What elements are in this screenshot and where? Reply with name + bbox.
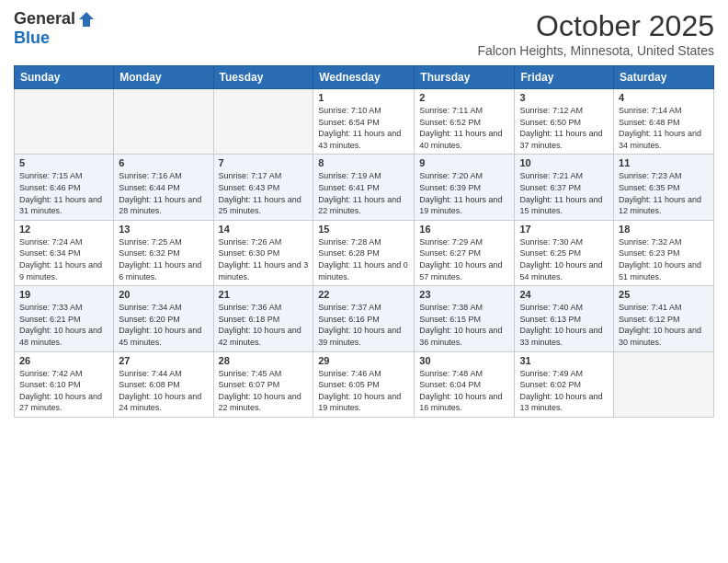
day-number: 10	[519, 157, 609, 168]
day-number: 8	[318, 157, 409, 168]
title-section: October 2025 Falcon Heights, Minnesota, …	[477, 9, 714, 58]
day-info: Sunrise: 7:17 AMSunset: 6:43 PMDaylight:…	[219, 170, 309, 216]
header: General Blue October 2025 Falcon Heights…	[14, 9, 714, 58]
day-info: Sunrise: 7:32 AMSunset: 6:23 PMDaylight:…	[619, 236, 709, 282]
day-number: 5	[19, 157, 108, 168]
calendar-cell: 30Sunrise: 7:48 AMSunset: 6:04 PMDayligh…	[415, 351, 515, 417]
calendar-cell: 12Sunrise: 7:24 AMSunset: 6:34 PMDayligh…	[15, 220, 114, 285]
logo: General Blue	[14, 9, 96, 48]
calendar-cell: 19Sunrise: 7:33 AMSunset: 6:21 PMDayligh…	[15, 286, 114, 351]
calendar-cell: 3Sunrise: 7:12 AMSunset: 6:50 PMDaylight…	[515, 89, 614, 155]
day-info: Sunrise: 7:25 AMSunset: 6:32 PMDaylight:…	[119, 236, 208, 282]
location: Falcon Heights, Minnesota, United States	[477, 43, 714, 58]
day-info: Sunrise: 7:36 AMSunset: 6:18 PMDaylight:…	[219, 302, 309, 348]
calendar-cell: 14Sunrise: 7:26 AMSunset: 6:30 PMDayligh…	[213, 220, 313, 285]
day-info: Sunrise: 7:20 AMSunset: 6:39 PMDaylight:…	[419, 170, 509, 216]
calendar-cell: 4Sunrise: 7:14 AMSunset: 6:48 PMDaylight…	[614, 89, 714, 155]
calendar-cell: 8Sunrise: 7:19 AMSunset: 6:41 PMDaylight…	[313, 155, 415, 220]
week-row-2: 5Sunrise: 7:15 AMSunset: 6:46 PMDaylight…	[15, 155, 714, 220]
day-number: 7	[219, 157, 309, 168]
calendar-cell: 13Sunrise: 7:25 AMSunset: 6:32 PMDayligh…	[114, 220, 213, 285]
day-info: Sunrise: 7:24 AMSunset: 6:34 PMDaylight:…	[19, 236, 108, 282]
day-info: Sunrise: 7:10 AMSunset: 6:54 PMDaylight:…	[318, 105, 409, 151]
day-number: 11	[619, 157, 709, 168]
day-number: 25	[619, 289, 709, 300]
day-info: Sunrise: 7:21 AMSunset: 6:37 PMDaylight:…	[519, 170, 609, 216]
day-info: Sunrise: 7:19 AMSunset: 6:41 PMDaylight:…	[318, 170, 409, 216]
calendar-cell: 23Sunrise: 7:38 AMSunset: 6:15 PMDayligh…	[415, 286, 515, 351]
day-header-wednesday: Wednesday	[313, 66, 415, 89]
week-row-4: 19Sunrise: 7:33 AMSunset: 6:21 PMDayligh…	[15, 286, 714, 351]
day-info: Sunrise: 7:34 AMSunset: 6:20 PMDaylight:…	[119, 302, 208, 348]
calendar-cell: 1Sunrise: 7:10 AMSunset: 6:54 PMDaylight…	[313, 89, 415, 155]
calendar: SundayMondayTuesdayWednesdayThursdayFrid…	[14, 65, 714, 418]
day-number: 26	[19, 355, 108, 366]
day-number: 28	[219, 355, 309, 366]
day-info: Sunrise: 7:33 AMSunset: 6:21 PMDaylight:…	[19, 302, 108, 348]
day-info: Sunrise: 7:12 AMSunset: 6:50 PMDaylight:…	[519, 105, 609, 151]
day-number: 30	[419, 355, 509, 366]
day-info: Sunrise: 7:37 AMSunset: 6:16 PMDaylight:…	[318, 302, 409, 348]
calendar-cell: 27Sunrise: 7:44 AMSunset: 6:08 PMDayligh…	[114, 351, 213, 417]
day-info: Sunrise: 7:29 AMSunset: 6:27 PMDaylight:…	[419, 236, 509, 282]
week-row-1: 1Sunrise: 7:10 AMSunset: 6:54 PMDaylight…	[15, 89, 714, 155]
day-number: 4	[619, 92, 709, 103]
calendar-cell: 20Sunrise: 7:34 AMSunset: 6:20 PMDayligh…	[114, 286, 213, 351]
calendar-cell	[114, 89, 213, 155]
day-info: Sunrise: 7:44 AMSunset: 6:08 PMDaylight:…	[119, 368, 208, 414]
calendar-cell: 10Sunrise: 7:21 AMSunset: 6:37 PMDayligh…	[515, 155, 614, 220]
week-row-3: 12Sunrise: 7:24 AMSunset: 6:34 PMDayligh…	[15, 220, 714, 285]
day-header-sunday: Sunday	[15, 66, 114, 89]
logo-general: General	[14, 9, 75, 29]
day-header-thursday: Thursday	[415, 66, 515, 89]
calendar-cell: 17Sunrise: 7:30 AMSunset: 6:25 PMDayligh…	[515, 220, 614, 285]
calendar-cell: 25Sunrise: 7:41 AMSunset: 6:12 PMDayligh…	[614, 286, 714, 351]
day-info: Sunrise: 7:45 AMSunset: 6:07 PMDaylight:…	[219, 368, 309, 414]
calendar-cell: 6Sunrise: 7:16 AMSunset: 6:44 PMDaylight…	[114, 155, 213, 220]
day-number: 14	[219, 224, 309, 235]
day-number: 17	[519, 224, 609, 235]
day-header-saturday: Saturday	[614, 66, 714, 89]
day-number: 27	[119, 355, 208, 366]
day-number: 21	[219, 289, 309, 300]
day-info: Sunrise: 7:11 AMSunset: 6:52 PMDaylight:…	[419, 105, 509, 151]
day-number: 24	[519, 289, 609, 300]
logo-icon	[77, 10, 96, 29]
day-info: Sunrise: 7:30 AMSunset: 6:25 PMDaylight:…	[519, 236, 609, 282]
day-info: Sunrise: 7:42 AMSunset: 6:10 PMDaylight:…	[19, 368, 108, 414]
calendar-cell	[614, 351, 714, 417]
calendar-cell: 24Sunrise: 7:40 AMSunset: 6:13 PMDayligh…	[515, 286, 614, 351]
day-info: Sunrise: 7:26 AMSunset: 6:30 PMDaylight:…	[219, 236, 309, 282]
day-number: 6	[119, 157, 208, 168]
day-info: Sunrise: 7:28 AMSunset: 6:28 PMDaylight:…	[318, 236, 409, 282]
logo-blue: Blue	[14, 29, 50, 48]
day-number: 13	[119, 224, 208, 235]
day-number: 19	[19, 289, 108, 300]
calendar-cell: 2Sunrise: 7:11 AMSunset: 6:52 PMDaylight…	[415, 89, 515, 155]
calendar-cell: 29Sunrise: 7:46 AMSunset: 6:05 PMDayligh…	[313, 351, 415, 417]
month-title: October 2025	[477, 9, 714, 43]
day-number: 9	[419, 157, 509, 168]
day-info: Sunrise: 7:14 AMSunset: 6:48 PMDaylight:…	[619, 105, 709, 151]
day-number: 12	[19, 224, 108, 235]
day-number: 2	[419, 92, 509, 103]
day-number: 1	[318, 92, 409, 103]
calendar-cell: 5Sunrise: 7:15 AMSunset: 6:46 PMDaylight…	[15, 155, 114, 220]
calendar-header-row: SundayMondayTuesdayWednesdayThursdayFrid…	[15, 66, 714, 89]
week-row-5: 26Sunrise: 7:42 AMSunset: 6:10 PMDayligh…	[15, 351, 714, 417]
calendar-cell: 7Sunrise: 7:17 AMSunset: 6:43 PMDaylight…	[213, 155, 313, 220]
calendar-cell: 28Sunrise: 7:45 AMSunset: 6:07 PMDayligh…	[213, 351, 313, 417]
calendar-cell: 18Sunrise: 7:32 AMSunset: 6:23 PMDayligh…	[614, 220, 714, 285]
day-info: Sunrise: 7:40 AMSunset: 6:13 PMDaylight:…	[519, 302, 609, 348]
calendar-cell: 22Sunrise: 7:37 AMSunset: 6:16 PMDayligh…	[313, 286, 415, 351]
day-number: 16	[419, 224, 509, 235]
day-info: Sunrise: 7:15 AMSunset: 6:46 PMDaylight:…	[19, 170, 108, 216]
calendar-cell	[213, 89, 313, 155]
page: General Blue October 2025 Falcon Heights…	[0, 0, 728, 563]
day-number: 15	[318, 224, 409, 235]
calendar-cell: 11Sunrise: 7:23 AMSunset: 6:35 PMDayligh…	[614, 155, 714, 220]
day-number: 23	[419, 289, 509, 300]
day-info: Sunrise: 7:41 AMSunset: 6:12 PMDaylight:…	[619, 302, 709, 348]
calendar-cell	[15, 89, 114, 155]
calendar-cell: 9Sunrise: 7:20 AMSunset: 6:39 PMDaylight…	[415, 155, 515, 220]
